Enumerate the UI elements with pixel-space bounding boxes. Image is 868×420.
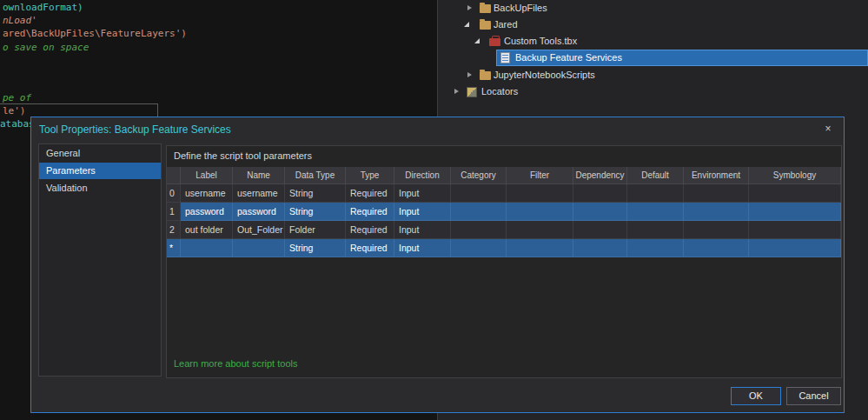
cell-direction[interactable]: Input xyxy=(394,239,451,257)
cell-default[interactable] xyxy=(627,184,684,203)
cell-dependency[interactable] xyxy=(573,184,627,203)
folder-icon xyxy=(480,71,491,80)
folder-icon xyxy=(480,21,491,30)
expand-arrow-icon[interactable] xyxy=(464,22,469,27)
cell-symbology[interactable] xyxy=(749,221,841,239)
locator-icon xyxy=(467,87,477,97)
cell-data-type[interactable]: String xyxy=(285,184,346,203)
cell-dependency[interactable] xyxy=(573,203,627,221)
column-header-direction: Direction xyxy=(394,167,451,184)
tree-item-label: Backup Feature Services xyxy=(515,50,622,66)
cell-dependency[interactable] xyxy=(573,239,627,257)
cell-data-type[interactable]: Folder xyxy=(285,221,346,239)
code-line: o save on space xyxy=(3,42,89,53)
sidebar-item-general[interactable]: General xyxy=(39,145,161,162)
collapse-arrow-icon[interactable] xyxy=(467,5,472,10)
cell-data-type[interactable]: String xyxy=(285,203,346,221)
dialog-title: Tool Properties: Backup Feature Services xyxy=(39,123,231,136)
code-line: ared\BackUpFiles\FeatureLayers') xyxy=(3,28,187,39)
panel-subtitle: Define the script tool parameters xyxy=(174,150,312,161)
row-number[interactable]: 1 xyxy=(167,203,181,221)
tool-properties-dialog: Tool Properties: Backup Feature Services… xyxy=(30,117,845,413)
cell-type[interactable]: Required xyxy=(346,221,394,239)
tree-item-label: BackUpFiles xyxy=(494,0,547,17)
cell-filter[interactable] xyxy=(507,203,573,221)
cell-data-type[interactable]: String xyxy=(285,239,346,257)
column-header xyxy=(167,167,181,184)
code-line: nLoad' xyxy=(3,15,37,26)
column-header-environment: Environment xyxy=(684,167,749,184)
cell-category[interactable] xyxy=(451,239,507,257)
cell-symbology[interactable] xyxy=(749,184,841,203)
row-number[interactable]: 2 xyxy=(167,221,181,239)
tree-item-backupfiles[interactable]: BackUpFiles xyxy=(438,0,868,17)
column-header-name: Name xyxy=(233,167,285,184)
cell-environment[interactable] xyxy=(684,184,749,203)
column-header-symbology: Symbology xyxy=(749,167,841,184)
tree-item-jupyternotebookscripts[interactable]: JupyterNotebookScripts xyxy=(438,67,868,83)
tree-item-custom-tools[interactable]: Custom Tools.tbx xyxy=(438,33,868,50)
cell-category[interactable] xyxy=(451,184,507,203)
cell-name[interactable] xyxy=(233,239,285,257)
cell-category[interactable] xyxy=(451,221,507,239)
expand-arrow-icon[interactable] xyxy=(474,38,480,43)
tree-item-backup-feature-services[interactable]: Backup Feature Services xyxy=(438,50,868,66)
cell-direction[interactable]: Input xyxy=(394,221,451,239)
cell-type[interactable]: Required xyxy=(346,203,394,221)
cell-label[interactable]: password xyxy=(181,203,233,221)
cell-label[interactable]: username xyxy=(181,184,233,203)
dialog-sidebar: General Parameters Validation xyxy=(38,143,162,377)
sidebar-item-validation[interactable]: Validation xyxy=(39,180,161,197)
cell-label[interactable]: out folder xyxy=(181,221,233,239)
tree-item-label: Custom Tools.tbx xyxy=(504,33,577,50)
parameters-panel: Define the script tool parameters Label … xyxy=(166,145,842,378)
tree-item-locators[interactable]: Locators xyxy=(438,83,868,100)
column-header-type: Type xyxy=(346,167,394,184)
cell-type[interactable]: Required xyxy=(346,184,394,203)
folder-icon xyxy=(480,4,491,13)
collapse-arrow-icon[interactable] xyxy=(467,72,472,77)
cell-dependency[interactable] xyxy=(573,221,627,239)
collapse-arrow-icon[interactable] xyxy=(454,89,459,94)
close-icon[interactable]: × xyxy=(821,122,835,136)
cell-default[interactable] xyxy=(627,221,684,239)
cell-environment[interactable] xyxy=(684,203,749,221)
cell-name[interactable]: password xyxy=(233,203,285,221)
cell-symbology[interactable] xyxy=(749,203,841,221)
toolbox-icon xyxy=(489,38,500,46)
column-header-filter: Filter xyxy=(507,167,573,184)
column-header-default: Default xyxy=(627,167,684,184)
cell-environment[interactable] xyxy=(684,221,749,239)
cell-label[interactable] xyxy=(181,239,233,257)
cell-direction[interactable]: Input xyxy=(394,184,451,203)
cell-filter[interactable] xyxy=(507,221,573,239)
cell-filter[interactable] xyxy=(507,184,573,203)
column-header-data-type: Data Type xyxy=(285,167,346,184)
row-number[interactable]: * xyxy=(167,239,181,257)
cell-name[interactable]: username xyxy=(233,184,285,203)
tree-item-jared[interactable]: Jared xyxy=(438,17,868,33)
column-header-label: Label xyxy=(181,167,233,184)
cell-direction[interactable]: Input xyxy=(394,203,451,221)
row-number[interactable]: 0 xyxy=(167,184,181,203)
tree-item-label: Jared xyxy=(494,17,518,33)
tree-item-label: JupyterNotebookScripts xyxy=(494,67,595,83)
cancel-button[interactable]: Cancel xyxy=(786,387,841,405)
learn-more-link[interactable]: Learn more about script tools xyxy=(174,358,297,369)
code-line: pe of xyxy=(3,92,31,103)
parameters-table: Label Name Data Type Type Direction Cate… xyxy=(167,167,841,257)
cell-default[interactable] xyxy=(627,203,684,221)
column-header-category: Category xyxy=(451,167,507,184)
code-line: ownloadFormat) xyxy=(3,2,83,13)
tree-item-label: Locators xyxy=(481,83,518,100)
cell-name[interactable]: Out_Folder xyxy=(233,221,285,239)
cell-type[interactable]: Required xyxy=(346,239,394,257)
cell-symbology[interactable] xyxy=(749,239,841,257)
cell-default[interactable] xyxy=(627,239,684,257)
column-header-dependency: Dependency xyxy=(573,167,627,184)
cell-category[interactable] xyxy=(451,203,507,221)
ok-button[interactable]: OK xyxy=(731,387,781,405)
sidebar-item-parameters[interactable]: Parameters xyxy=(39,163,161,179)
cell-filter[interactable] xyxy=(507,239,573,257)
cell-environment[interactable] xyxy=(684,239,749,257)
